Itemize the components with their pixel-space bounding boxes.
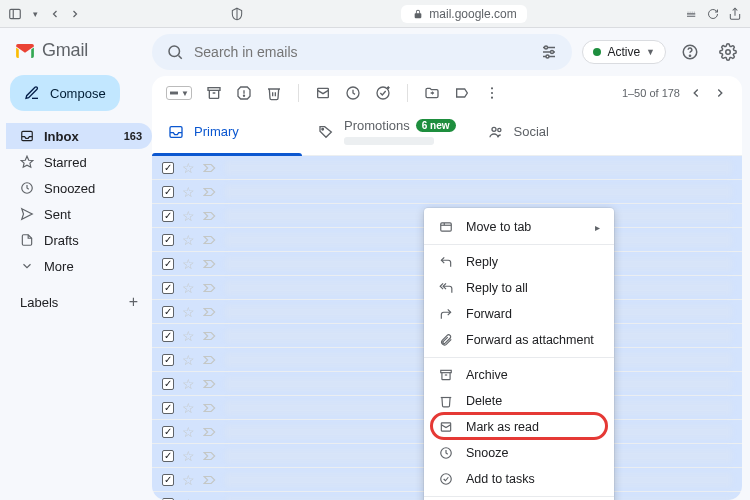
search-input[interactable] [194,44,530,60]
compose-button[interactable]: Compose [10,75,120,111]
star-icon[interactable]: ☆ [182,424,195,440]
ctx-add_tasks[interactable]: Add to tasks [424,466,614,492]
tab-primary[interactable]: Primary [152,110,302,155]
star-icon[interactable]: ☆ [182,328,195,344]
row-checkbox[interactable] [162,258,174,270]
importance-icon[interactable] [203,211,217,221]
row-checkbox[interactable] [162,330,174,342]
importance-icon[interactable] [203,427,217,437]
star-icon[interactable]: ☆ [182,400,195,416]
ctx-mark_read[interactable]: Mark as read [424,414,614,440]
search-bar[interactable] [152,34,572,70]
row-checkbox[interactable] [162,354,174,366]
star-icon[interactable]: ☆ [182,496,195,501]
row-checkbox[interactable] [162,378,174,390]
star-icon[interactable]: ☆ [182,160,195,176]
email-row[interactable]: ☆ [152,156,742,180]
row-checkbox[interactable] [162,234,174,246]
importance-icon[interactable] [203,235,217,245]
tune-icon[interactable] [540,43,558,61]
move-to-icon[interactable] [424,85,440,101]
star-icon[interactable]: ☆ [182,352,195,368]
ctx-forward[interactable]: Forward [424,301,614,327]
star-icon[interactable]: ☆ [182,256,195,272]
report-spam-icon[interactable] [236,85,252,101]
importance-icon[interactable] [203,283,217,293]
star-icon[interactable]: ☆ [182,472,195,488]
tab-social[interactable]: Social [472,110,622,155]
email-row[interactable]: ☆ [152,180,742,204]
prev-page-icon[interactable] [688,85,704,101]
row-checkbox[interactable] [162,450,174,462]
sidebar-item-starred[interactable]: Starred [6,149,152,175]
row-checkbox[interactable] [162,474,174,486]
svg-point-17 [689,55,690,56]
importance-icon[interactable] [203,403,217,413]
more-icon[interactable] [484,85,500,101]
add-label-icon[interactable]: + [129,293,138,311]
sidebar-item-sent[interactable]: Sent [6,201,152,227]
row-checkbox[interactable] [162,162,174,174]
toolbar: ▼ 1–50 of 178 [152,76,742,110]
delete-icon [438,393,454,409]
status-dot-icon [593,48,601,56]
add-task-icon[interactable] [375,85,391,101]
star-icon[interactable]: ☆ [182,448,195,464]
shield-icon[interactable] [230,7,244,21]
importance-icon[interactable] [203,475,217,485]
ctx-reply_all[interactable]: Reply to all [424,275,614,301]
sidebar-toggle-icon[interactable] [8,7,22,21]
row-checkbox[interactable] [162,210,174,222]
row-checkbox[interactable] [162,306,174,318]
row-checkbox[interactable] [162,282,174,294]
next-page-icon[interactable] [712,85,728,101]
ctx-archive[interactable]: Archive [424,362,614,388]
translate-icon[interactable]: ⩸ [684,7,698,21]
star-icon[interactable]: ☆ [182,280,195,296]
content-card: ▼ 1–50 of 178 [152,76,742,500]
mark-read-icon[interactable] [315,85,331,101]
help-icon[interactable] [676,38,704,66]
importance-icon[interactable] [203,331,217,341]
sidebar-item-more[interactable]: More [6,253,152,279]
star-icon[interactable]: ☆ [182,232,195,248]
importance-icon[interactable] [203,307,217,317]
select-all-checkbox[interactable]: ▼ [166,86,192,100]
chevron-down-icon[interactable]: ▾ [28,7,42,21]
star-icon[interactable]: ☆ [182,184,195,200]
star-icon[interactable]: ☆ [182,376,195,392]
status-pill[interactable]: Active ▼ [582,40,666,64]
row-checkbox[interactable] [162,426,174,438]
archive-icon [438,367,454,383]
tab-promotions[interactable]: Promotions 6 new [302,110,472,155]
star-icon[interactable]: ☆ [182,304,195,320]
ctx-reply[interactable]: Reply [424,249,614,275]
sidebar-item-snoozed[interactable]: Snoozed [6,175,152,201]
importance-icon[interactable] [203,259,217,269]
ctx-delete[interactable]: Delete [424,388,614,414]
ctx-fwd_attach[interactable]: Forward as attachment [424,327,614,353]
label-icon[interactable] [454,85,470,101]
importance-icon[interactable] [203,163,217,173]
back-icon[interactable] [48,7,62,21]
settings-gear-icon[interactable] [714,38,742,66]
importance-icon[interactable] [203,451,217,461]
star-icon[interactable]: ☆ [182,208,195,224]
ctx-move_tab[interactable]: Move to tab▸ [424,214,614,240]
ctx-snooze[interactable]: Snooze [424,440,614,466]
row-checkbox[interactable] [162,186,174,198]
share-icon[interactable] [728,7,742,21]
delete-icon[interactable] [266,85,282,101]
snooze-icon[interactable] [345,85,361,101]
row-checkbox[interactable] [162,402,174,414]
forward-icon[interactable] [68,7,82,21]
sidebar-item-drafts[interactable]: Drafts [6,227,152,253]
reload-icon[interactable] [706,7,720,21]
inbox-icon [168,124,184,140]
importance-icon[interactable] [203,379,217,389]
importance-icon[interactable] [203,355,217,365]
importance-icon[interactable] [203,187,217,197]
archive-icon[interactable] [206,85,222,101]
sidebar-item-inbox[interactable]: Inbox163 [6,123,152,149]
url-bar[interactable]: mail.google.com [401,5,526,23]
